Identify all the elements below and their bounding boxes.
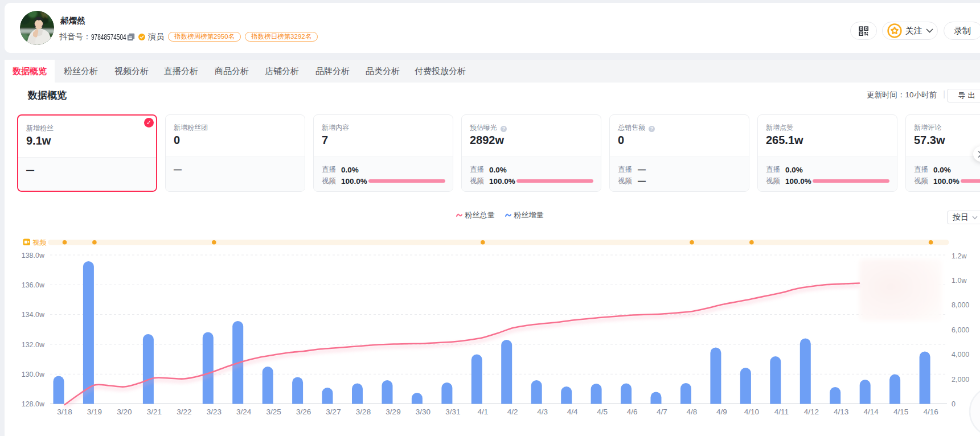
svg-text:4/15: 4/15 [893, 408, 908, 416]
svg-text:136.0w: 136.0w [22, 281, 45, 289]
svg-text:3/21: 3/21 [147, 408, 162, 416]
svg-text:130.0w: 130.0w [22, 371, 45, 379]
svg-text:3/26: 3/26 [296, 408, 311, 416]
svg-text:1.0w: 1.0w [952, 277, 967, 285]
svg-text:4/16: 4/16 [923, 408, 938, 416]
svg-text:3/31: 3/31 [445, 408, 460, 416]
svg-text:3/25: 3/25 [266, 408, 281, 416]
svg-text:2,000: 2,000 [952, 376, 969, 384]
svg-text:134.0w: 134.0w [22, 311, 45, 319]
svg-text:3/27: 3/27 [326, 408, 341, 416]
svg-text:4/1: 4/1 [477, 408, 488, 416]
svg-text:3/22: 3/22 [177, 408, 191, 416]
svg-text:6,000: 6,000 [952, 326, 969, 334]
svg-text:4/6: 4/6 [627, 408, 638, 416]
svg-text:3/28: 3/28 [356, 408, 371, 416]
svg-text:3/30: 3/30 [416, 408, 430, 416]
svg-text:4/5: 4/5 [597, 408, 608, 416]
svg-text:4/11: 4/11 [774, 408, 789, 416]
svg-text:4/4: 4/4 [567, 408, 578, 416]
svg-text:4/7: 4/7 [657, 408, 667, 416]
svg-text:3/18: 3/18 [57, 408, 72, 416]
svg-text:4/2: 4/2 [507, 408, 518, 416]
svg-text:128.0w: 128.0w [22, 400, 45, 408]
svg-text:8,000: 8,000 [952, 301, 969, 309]
svg-text:视频: 视频 [32, 238, 47, 246]
svg-text:1.2w: 1.2w [952, 252, 967, 260]
svg-text:4,000: 4,000 [952, 351, 969, 359]
svg-text:3/23: 3/23 [207, 408, 222, 416]
svg-text:4/10: 4/10 [744, 408, 759, 416]
svg-text:3/20: 3/20 [117, 408, 132, 416]
svg-text:132.0w: 132.0w [22, 341, 45, 349]
svg-text:138.0w: 138.0w [22, 252, 45, 260]
svg-text:3/29: 3/29 [386, 408, 400, 416]
svg-text:3/19: 3/19 [87, 408, 102, 416]
svg-text:3/24: 3/24 [236, 408, 252, 416]
svg-text:4/12: 4/12 [804, 408, 819, 416]
svg-text:4/8: 4/8 [687, 408, 698, 416]
svg-text:4/3: 4/3 [537, 408, 548, 416]
svg-text:4/13: 4/13 [834, 408, 848, 416]
svg-text:4/9: 4/9 [716, 408, 727, 416]
svg-text:4/14: 4/14 [864, 408, 879, 416]
svg-text:0: 0 [952, 400, 956, 408]
